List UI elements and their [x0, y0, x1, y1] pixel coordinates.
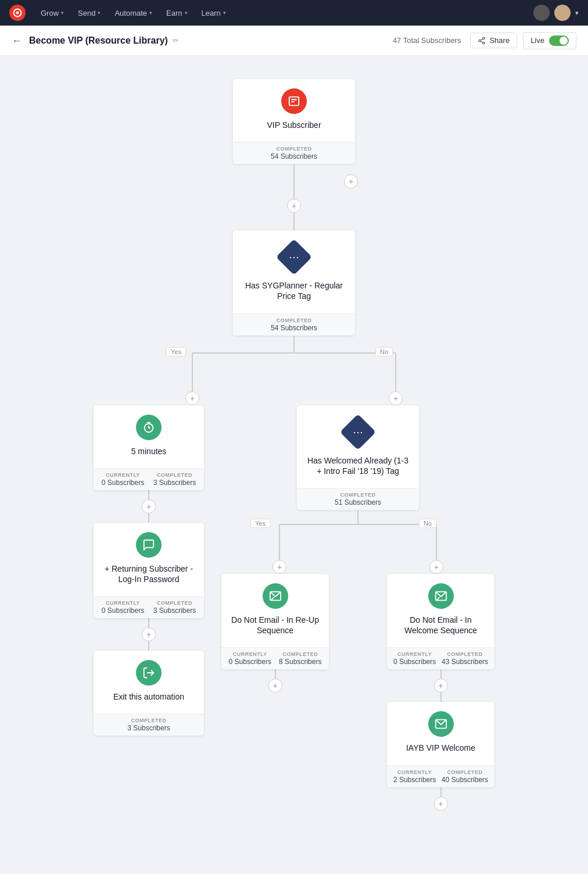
live-toggle[interactable]: Live [523, 32, 576, 49]
search-nav-icon[interactable] [533, 5, 550, 21]
reup-currently: CURRENTLY 0 Subscribers [229, 651, 271, 666]
reup-email-icon [263, 583, 288, 609]
share-button[interactable]: Share [470, 33, 517, 48]
canvas: VIP Subscriber COMPLETED 54 Subscribers … [0, 56, 588, 874]
toggle-knob [560, 37, 568, 45]
plus-button-reup[interactable]: + [268, 679, 282, 693]
exit-automation-title: Exit this automation [103, 691, 195, 702]
reup-completed: COMPLETED 8 Subscribers [279, 651, 321, 666]
share-icon [478, 37, 486, 45]
returning-icon [136, 532, 162, 558]
condition-icon-2: ⋯ [353, 426, 363, 438]
flow: VIP Subscriber COMPLETED 54 Subscribers … [12, 79, 576, 811]
branch-welcomed: Yes No + + [218, 510, 497, 574]
plus-button-vip-right[interactable]: + [344, 174, 358, 188]
iayb-completed: COMPLETED 40 Subscribers [442, 769, 488, 784]
sub-branch-row: Do Not Email - In Re-Up Sequence CURRENT… [218, 574, 497, 811]
navbar: Grow ▾ Send ▾ Automate ▾ Earn ▾ Learn ▾ … [0, 0, 588, 26]
has-welcomed-completed: COMPLETED 51 Subscribers [335, 492, 381, 506]
exit-automation-node[interactable]: Exit this automation COMPLETED 3 Subscri… [94, 651, 204, 736]
branch-lines-svg [91, 336, 497, 405]
svg-point-1 [16, 12, 19, 15]
nav-earn[interactable]: Earn ▾ [160, 5, 193, 21]
vip-subscriber-completed-stat: COMPLETED 54 Subscribers [271, 146, 317, 160]
timer-icon [136, 415, 162, 440]
iayb-email-icon [428, 711, 454, 737]
vip-subscriber-icon [281, 88, 307, 114]
connector-1: + [207, 164, 381, 199]
edit-icon[interactable]: ✏ [173, 36, 179, 45]
plus-button-returning[interactable]: + [142, 627, 156, 641]
vip-subscriber-node[interactable]: VIP Subscriber COMPLETED 54 Subscribers [233, 79, 355, 164]
do-not-email-welcome-title: Do Not Email - In Welcome Sequence [396, 615, 485, 636]
iayb-title: IAYB VIP Welcome [396, 743, 485, 753]
iayb-vip-welcome-node[interactable]: IAYB VIP Welcome CURRENTLY 2 Subscribers… [387, 702, 494, 787]
no-label-syg: No [375, 347, 393, 356]
five-minutes-currently: CURRENTLY 0 Subscribers [102, 472, 144, 487]
condition-icon: ⋯ [289, 251, 299, 263]
nav-send[interactable]: Send ▾ [72, 5, 106, 21]
do-not-email-reup-node[interactable]: Do Not Email - In Re-Up Sequence CURRENT… [221, 574, 329, 669]
svg-line-5 [481, 41, 483, 42]
returning-currently: CURRENTLY 0 Subscribers [102, 600, 144, 615]
back-button[interactable]: ← [12, 35, 22, 46]
plus-button-1[interactable]: + [287, 199, 301, 213]
earn-chevron-icon: ▾ [185, 10, 188, 16]
returning-subscriber-title: + Returning Subscriber - Log-In Password [103, 563, 195, 584]
re-up-col: Do Not Email - In Re-Up Sequence CURRENT… [218, 574, 332, 693]
has-welcomed-node[interactable]: ⋯ Has Welcomed Already (1-3 + Intro Fail… [297, 405, 419, 510]
page-title: Become VIP (Resource Library) [29, 35, 168, 46]
five-minutes-node[interactable]: 5 minutes CURRENTLY 0 Subscribers COMPLE… [94, 405, 204, 490]
nav-automate[interactable]: Automate ▾ [109, 5, 158, 21]
plus-button-iayb[interactable]: + [434, 797, 448, 811]
yes-label-welcomed: Yes [250, 519, 270, 528]
learn-chevron-icon: ▾ [223, 10, 226, 16]
avatar[interactable] [554, 5, 571, 21]
right-branch: ⋯ Has Welcomed Already (1-3 + Intro Fail… [218, 405, 497, 811]
header-bar: ← Become VIP (Resource Library) ✏ 47 Tot… [0, 26, 588, 56]
exit-completed: COMPLETED 3 Subscribers [127, 718, 170, 732]
welcome-email-icon [428, 583, 454, 609]
no-label-welcomed: No [419, 519, 436, 528]
welcome-completed: COMPLETED 43 Subscribers [442, 651, 488, 666]
plus-button-yes-welcomed[interactable]: + [273, 560, 286, 574]
welcome-seq-col: Do Not Email - In Welcome Sequence CURRE… [384, 574, 497, 811]
logo[interactable] [9, 5, 26, 21]
iayb-currently: CURRENTLY 2 Subscribers [393, 769, 436, 784]
line-v2 [293, 213, 295, 230]
has-syg-title: Has SYGPlanner - Regular Price Tag [242, 280, 346, 301]
branch-syg: Yes No + + [91, 336, 497, 405]
svg-point-4 [483, 42, 485, 44]
nav-grow[interactable]: Grow ▾ [35, 5, 70, 21]
returning-completed: COMPLETED 3 Subscribers [153, 600, 196, 615]
returning-subscriber-node[interactable]: + Returning Subscriber - Log-In Password… [94, 523, 204, 618]
send-chevron-icon: ▾ [98, 10, 101, 16]
plus-button-no-syg[interactable]: + [389, 391, 403, 405]
vip-subscriber-title: VIP Subscriber [242, 120, 346, 130]
has-syg-completed-stat: COMPLETED 54 Subscribers [271, 318, 317, 332]
nav-learn[interactable]: Learn ▾ [196, 5, 232, 21]
account-chevron-icon[interactable]: ▾ [575, 9, 579, 17]
total-subscribers: 47 Total Subscribers [393, 36, 461, 45]
five-minutes-completed: COMPLETED 3 Subscribers [153, 472, 196, 487]
plus-button-yes-syg[interactable]: + [185, 391, 199, 405]
welcome-currently: CURRENTLY 0 Subscribers [393, 651, 436, 666]
plus-button-welcome-seq[interactable]: + [434, 679, 448, 693]
svg-point-3 [479, 40, 481, 42]
plus-button-five-min[interactable]: + [142, 500, 156, 513]
exit-icon [136, 660, 162, 686]
automate-chevron-icon: ▾ [149, 10, 152, 16]
has-welcomed-title: Has Welcomed Already (1-3 + Intro Fail '… [306, 455, 410, 476]
five-minutes-title: 5 minutes [103, 446, 195, 456]
do-not-email-reup-title: Do Not Email - In Re-Up Sequence [231, 615, 320, 636]
do-not-email-welcome-node[interactable]: Do Not Email - In Welcome Sequence CURRE… [387, 574, 494, 669]
left-branch: 5 minutes CURRENTLY 0 Subscribers COMPLE… [91, 405, 207, 736]
has-syg-node[interactable]: ⋯ Has SYGPlanner - Regular Price Tag COM… [233, 230, 355, 335]
line-v1 [293, 164, 295, 199]
yes-label-syg: Yes [166, 347, 186, 356]
svg-line-6 [481, 38, 483, 40]
toggle-switch[interactable] [549, 35, 569, 46]
plus-button-no-welcomed[interactable]: + [429, 560, 443, 574]
branch-row-1: 5 minutes CURRENTLY 0 Subscribers COMPLE… [91, 405, 497, 811]
svg-point-2 [483, 37, 485, 39]
